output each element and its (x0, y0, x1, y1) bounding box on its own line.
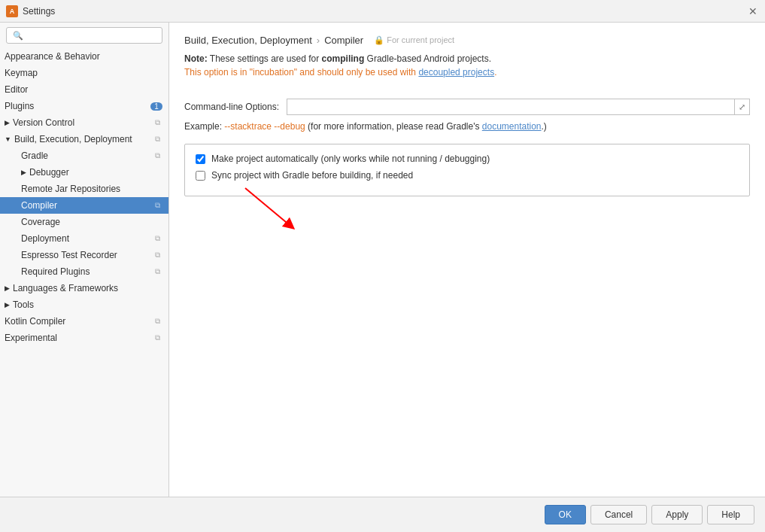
sync-project-checkbox[interactable] (196, 171, 205, 181)
sidebar-item-version-control[interactable]: ▶ Version Control ⧉ (0, 114, 168, 131)
sidebar-item-appearance[interactable]: Appearance & Behavior (0, 48, 168, 65)
note-line: Note: These settings are used for compil… (184, 53, 750, 64)
make-project-checkbox[interactable] (196, 154, 205, 164)
copy-icon8: ⧉ (152, 316, 162, 327)
breadcrumb-current: Compiler (324, 35, 363, 46)
sidebar-item-label: Compiler (21, 200, 57, 211)
sidebar: 🔍 Appearance & Behavior Keymap Editor Pl… (0, 23, 169, 497)
sidebar-item-debugger[interactable]: ▶ Debugger (0, 164, 168, 181)
sidebar-item-plugins[interactable]: Plugins 1 (0, 98, 168, 114)
settings-box: Make project automatically (only works w… (184, 144, 750, 196)
sidebar-item-compiler[interactable]: Compiler ⧉ (0, 197, 168, 214)
incubation-period: . (494, 67, 496, 78)
cmdline-input-wrap: ⤢ (287, 99, 750, 115)
sidebar-item-experimental[interactable]: Experimental ⧉ (0, 330, 168, 346)
app-icon: A (6, 5, 18, 17)
sidebar-item-required-plugins[interactable]: Required Plugins ⧉ (0, 263, 168, 280)
bottom-bar: OK Cancel Apply Help (0, 497, 765, 532)
sidebar-item-label: Languages & Frameworks (13, 283, 118, 293)
right-panel: Build, Execution, Deployment › Compiler … (169, 23, 765, 497)
sidebar-item-gradle[interactable]: Gradle ⧉ (0, 147, 168, 164)
expand-arrow-icon4: ▶ (5, 284, 10, 292)
sidebar-item-kotlin[interactable]: Kotlin Compiler ⧉ (0, 313, 168, 330)
incubation-line: This option is in "incubation" and shoul… (184, 67, 750, 78)
note-text: These settings are used for (210, 53, 322, 64)
note-bold: compiling (322, 53, 365, 64)
sidebar-item-label: Debugger (29, 167, 69, 178)
expand-arrow-icon2: ▼ (5, 135, 11, 143)
annotation-arrow (230, 181, 320, 241)
sidebar-item-label: Appearance & Behavior (5, 51, 100, 62)
sidebar-item-deployment[interactable]: Deployment ⧉ (0, 230, 168, 247)
copy-icon7: ⧉ (152, 266, 162, 277)
sidebar-item-label: Editor (5, 84, 28, 95)
expand-button[interactable]: ⤢ (734, 99, 749, 114)
checkbox-row-2: Sync project with Gradle before building… (196, 170, 739, 181)
sidebar-item-coverage[interactable]: Coverage (0, 214, 168, 230)
cmdline-label: Command-line Options: (184, 102, 279, 112)
expand-arrow-icon3: ▶ (21, 169, 26, 176)
sidebar-item-label: Coverage (21, 217, 60, 227)
incubation-text: This option is in "incubation" and shoul… (184, 67, 418, 78)
example-close: .) (542, 121, 547, 132)
example-orange: --stacktrace --debug (224, 121, 305, 132)
sidebar-item-remote-jar[interactable]: Remote Jar Repositories (0, 181, 168, 197)
sidebar-item-label: Keymap (5, 68, 38, 78)
window-title: Settings (23, 6, 55, 17)
cancel-button[interactable]: Cancel (590, 505, 647, 524)
lock-icon: 🔒 (374, 35, 384, 44)
title-bar: A Settings ✕ (0, 0, 765, 23)
sidebar-item-label: Build, Execution, Deployment (14, 134, 132, 144)
expand-arrow-icon5: ▶ (5, 301, 10, 309)
sidebar-item-espresso[interactable]: Espresso Test Recorder ⧉ (0, 247, 168, 263)
checkbox-row-1: Make project automatically (only works w… (196, 154, 739, 164)
sidebar-item-label: Version Control (13, 117, 74, 128)
svg-line-0 (245, 188, 290, 226)
breadcrumb: Build, Execution, Deployment › Compiler … (184, 35, 750, 46)
help-button[interactable]: Help (707, 505, 754, 524)
ok-button[interactable]: OK (545, 505, 586, 524)
decoupled-projects-link[interactable]: decoupled projects (418, 67, 494, 78)
breadcrumb-arrow: › (317, 35, 320, 46)
copy-icon6: ⧉ (152, 250, 162, 260)
plugins-badge: 1 (150, 102, 162, 111)
documentation-link[interactable]: documentation (482, 121, 542, 132)
copy-icon3: ⧉ (152, 150, 162, 161)
sidebar-item-label: Deployment (21, 233, 69, 244)
sidebar-item-label: Experimental (5, 333, 57, 343)
search-icon: 🔍 (13, 31, 23, 41)
copy-icon9: ⧉ (152, 333, 162, 343)
sidebar-item-label: Kotlin Compiler (5, 316, 65, 327)
search-input[interactable] (26, 30, 156, 41)
apply-button[interactable]: Apply (651, 505, 703, 524)
breadcrumb-project-label: For current project (387, 35, 454, 44)
sidebar-item-label: Required Plugins (21, 266, 90, 277)
example-line: Example: --stacktrace --debug (for more … (184, 121, 750, 132)
search-box[interactable]: 🔍 (6, 27, 162, 44)
sidebar-item-label: Gradle (21, 150, 48, 161)
sidebar-item-keymap[interactable]: Keymap (0, 65, 168, 81)
sync-project-label: Sync project with Gradle before building… (211, 170, 413, 181)
sidebar-item-languages[interactable]: ▶ Languages & Frameworks (0, 280, 168, 296)
cmdline-input[interactable] (287, 99, 734, 114)
copy-icon4: ⧉ (152, 200, 162, 211)
sidebar-item-label: Espresso Test Recorder (21, 250, 117, 260)
cmdline-row: Command-line Options: ⤢ (184, 99, 750, 115)
note-suffix: Gradle-based Android projects. (364, 53, 491, 64)
expand-arrow-icon: ▶ (5, 119, 10, 126)
breadcrumb-section: Build, Execution, Deployment (184, 35, 312, 46)
copy-icon5: ⧉ (152, 233, 162, 244)
close-button[interactable]: ✕ (747, 5, 759, 17)
sidebar-item-label: Plugins (5, 101, 34, 111)
sidebar-item-editor[interactable]: Editor (0, 81, 168, 98)
sidebar-item-label: Remote Jar Repositories (21, 184, 120, 194)
make-project-label: Make project automatically (only works w… (211, 154, 490, 164)
sidebar-item-build[interactable]: ▼ Build, Execution, Deployment ⧉ (0, 131, 168, 147)
copy-icon: ⧉ (152, 117, 162, 128)
title-bar-left: A Settings (6, 5, 55, 17)
sidebar-item-tools[interactable]: ▶ Tools (0, 296, 168, 313)
example-text: Example: --stacktrace --debug (for more … (184, 121, 482, 132)
sidebar-item-label: Tools (13, 299, 34, 310)
note-label: Note: (184, 53, 208, 64)
copy-icon2: ⧉ (152, 134, 162, 144)
